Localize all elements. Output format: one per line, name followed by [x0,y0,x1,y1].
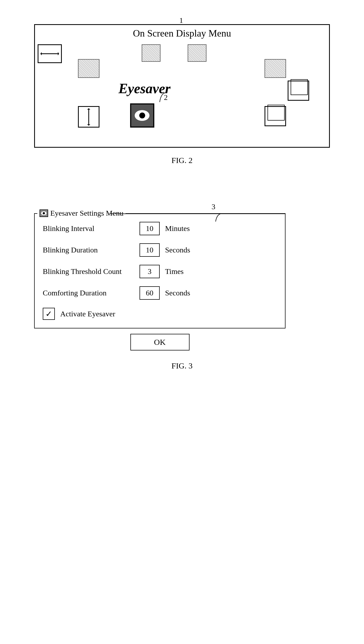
settings-panel-title: Eyesaver Settings Menu [37,209,126,218]
value-blinking-duration[interactable]: 10 [140,243,160,257]
checkbox-row: ✓ Activate Eyesaver [43,308,274,320]
svg-marker-2 [58,52,59,55]
checkbox-checkmark: ✓ [45,309,52,319]
label-comforting-duration: Comforting Duration [43,289,140,297]
icon-top-mid-right [188,44,206,62]
value-comforting-duration[interactable]: 60 [140,286,160,300]
ok-button[interactable]: OK [130,334,190,350]
h-arrow-symbol [38,45,61,62]
settings-title-line [110,214,286,214]
value-blinking-interval[interactable]: 10 [140,222,160,235]
title-eye-icon [40,209,48,217]
unit-blinking-interval: Minutes [165,224,190,233]
svg-marker-1 [40,52,42,55]
icon-stack-top [288,81,309,101]
svg-marker-4 [87,108,90,110]
icon-right [265,59,286,78]
icon-top-mid-left [142,44,160,62]
label-blinking-threshold: Blinking Threshold Count [43,267,140,276]
settings-panel: Eyesaver Settings Menu Blinking Interval… [34,213,286,328]
fig2-section: 1 On Screen Display Menu Ey [34,16,330,176]
settings-row-3: Comforting Duration 60 Seconds [43,286,274,300]
eye-icon-container: 2 [130,103,154,128]
fig2-caption: FIG. 2 [34,156,330,165]
settings-row-0: Blinking Interval 10 Minutes [43,222,274,235]
settings-row-2: Blinking Threshold Count 3 Times [43,265,274,278]
icon-v-arrows [78,106,99,128]
fig3-caption: FIG. 3 [34,361,330,370]
icon-left [78,59,99,78]
icon-h-arrows [38,44,62,63]
ok-button-container: OK [34,334,286,350]
fig3-section: 3 Eyesaver Settings Menu Blinking Interv… [34,192,330,381]
osd-icons-area: Eyesaver 2 [38,44,326,136]
activate-checkbox[interactable]: ✓ [43,308,55,320]
label-blinking-interval: Blinking Interval [43,224,140,233]
icon-stack-bottom [265,106,286,126]
unit-blinking-threshold: Times [165,267,184,276]
settings-row-1: Blinking Duration 10 Seconds [43,243,274,257]
unit-comforting-duration: Seconds [165,289,190,297]
eye-inner [135,110,149,121]
eye-pupil [139,113,145,118]
value-blinking-threshold[interactable]: 3 [140,265,160,278]
label-blinking-duration: Blinking Duration [43,246,140,254]
osd-display-box: On Screen Display Menu Eyesaver [34,24,330,148]
activate-label: Activate Eyesaver [60,310,115,318]
title-eye-pupil [43,212,45,214]
ref-label-1: 1 [179,16,183,25]
eye-icon-box [130,103,154,128]
svg-marker-5 [87,124,90,126]
title-eye-inner [41,211,47,215]
unit-blinking-duration: Seconds [165,246,190,254]
settings-title-text: Eyesaver Settings Menu [50,209,123,218]
osd-title: On Screen Display Menu [38,28,326,39]
